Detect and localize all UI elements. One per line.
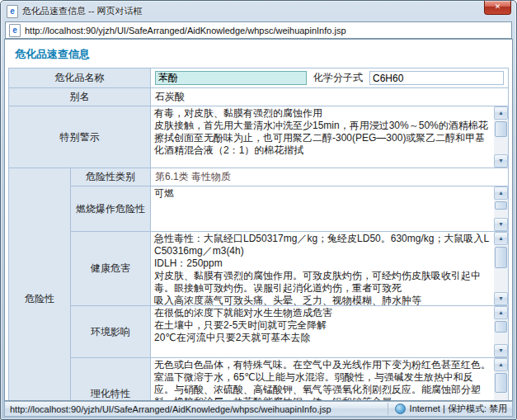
cell-scrollbar[interactable]: ▲ ▼	[494, 186, 508, 231]
flammable-value: 可燃	[151, 186, 494, 231]
status-url: http://localhost:90/yjzh/UI/SafeArranged…	[10, 404, 383, 414]
zone-text: Internet | 保护模式: 禁用	[410, 403, 507, 415]
scrollbar-thumb[interactable]	[495, 247, 507, 268]
scroll-down-icon[interactable]: ▼	[494, 154, 508, 168]
title-bar: e 危化品速查信息 -- 网页对话框 ✕	[1, 1, 516, 20]
internet-zone-icon	[395, 403, 406, 414]
page-icon: e	[9, 24, 21, 37]
special-warning-label: 特别警示	[9, 106, 151, 168]
cell-scrollbar[interactable]: ▲ ▼	[494, 358, 508, 401]
address-field: e http://localhost:90/yjzh/UI/SafeArrang…	[5, 21, 512, 39]
chemical-name-input[interactable]	[155, 71, 307, 85]
table-row: 危险性 危险性类别 第6.1类 毒性物质	[9, 168, 509, 186]
chemical-name-label: 危化品名称	[9, 68, 151, 88]
scroll-down-icon[interactable]: ▼	[494, 292, 508, 305]
hazard-class-label: 危险性类别	[71, 168, 151, 186]
table-row: 健康危害 急性毒性：大鼠经口LD50317mg／kg；兔经皮LD50。630mg…	[9, 232, 509, 306]
table-row: 环境影响 在很低的浓度下就能对水生生物造成危害 在土壤中，只要2-5天时间就可完…	[9, 306, 509, 358]
close-button[interactable]: ✕	[484, 1, 511, 15]
scrollbar-thumb[interactable]	[495, 321, 507, 333]
table-row: 燃烧爆作危险性 可燃 ▲ ▼	[9, 186, 509, 232]
scrollbar-thumb[interactable]	[495, 201, 507, 210]
environment-value: 在很低的浓度下就能对水生生物造成危害 在土壤中，只要2-5天时间就可完全降解 2…	[151, 306, 494, 357]
chemical-info-table: 危化品名称 化学分子式 别名 石炭酸 特别警示 有毒，对皮肤、黏膜有强烈	[8, 68, 509, 401]
security-zone: Internet | 保护模式: 禁用	[388, 403, 507, 415]
cell-scrollbar[interactable]: ▲ ▼	[494, 232, 508, 305]
scroll-down-icon[interactable]: ▼	[494, 344, 508, 357]
scroll-up-icon[interactable]: ▲	[494, 306, 508, 319]
cell-scrollbar[interactable]: ▲ ▼	[494, 306, 508, 357]
scrollbar-track[interactable]	[494, 120, 508, 154]
formula-label: 化学分子式	[313, 71, 363, 85]
address-bar: e http://localhost:90/yjzh/UI/SafeArrang…	[1, 20, 516, 40]
address-url: http://localhost:90/yjzh/UI/SafeArranged…	[25, 26, 346, 35]
alias-label: 别名	[9, 88, 151, 106]
flammable-label: 燃烧爆作危险性	[71, 186, 151, 232]
page-title: 危化品速查信息	[5, 40, 512, 68]
health-hazard-label: 健康危害	[71, 232, 151, 306]
scrollbar-track[interactable]	[494, 319, 508, 344]
scroll-up-icon[interactable]: ▲	[494, 186, 508, 200]
scrollbar-track[interactable]	[494, 245, 508, 292]
scroll-down-icon[interactable]: ▼	[494, 218, 508, 231]
hazard-class-value: 第6.1类 毒性物质	[151, 168, 509, 186]
dialog-title: 危化品速查信息 -- 网页对话框	[22, 5, 513, 17]
physchem-value: 无色或白色晶体，有特殊气味。在空气中及光线作用下变为粉红色甚至红色。室温下微溶于…	[151, 358, 494, 401]
hazard-group-label: 危险性	[9, 168, 71, 402]
scrollbar-thumb[interactable]	[495, 373, 507, 393]
status-bar: http://localhost:90/yjzh/UI/SafeArranged…	[4, 401, 513, 417]
special-warning-value: 有毒，对皮肤、黏膜有强烈的腐蚀作用 皮肤接触，首先用大量清水冲洗至少15min，…	[151, 106, 494, 168]
dialog-window: e 危化品速查信息 -- 网页对话框 ✕ e http://localhost:…	[0, 0, 517, 420]
health-hazard-value: 急性毒性：大鼠经口LD50317mg／kg；兔经皮LD50。630mg/kg；大…	[151, 232, 494, 305]
dialog-icon: e	[7, 5, 18, 18]
formula-input[interactable]	[369, 71, 504, 85]
table-row: 危化品名称 化学分子式	[9, 68, 509, 88]
scroll-up-icon[interactable]: ▲	[494, 232, 508, 245]
table-row: 特别警示 有毒，对皮肤、黏膜有强烈的腐蚀作用 皮肤接触，首先用大量清水冲洗至少1…	[9, 106, 509, 168]
scroll-up-icon[interactable]: ▲	[494, 106, 508, 120]
scroll-up-icon[interactable]: ▲	[494, 358, 508, 371]
alias-value: 石炭酸	[151, 88, 509, 106]
cell-scrollbar[interactable]: ▲ ▼	[494, 106, 508, 168]
table-row: 理化特性 无色或白色晶体，有特殊气味。在空气中及光线作用下变为粉红色甚至红色。室…	[9, 358, 509, 402]
scrollbar-thumb[interactable]	[495, 121, 507, 137]
environment-label: 环境影响	[71, 306, 151, 358]
table-row: 别名 石炭酸	[9, 88, 509, 106]
scrollbar-track[interactable]	[494, 371, 508, 401]
page-content: 危化品速查信息 危化品名称 化学分子式 别名 石炭酸 特别警示	[4, 39, 513, 401]
physchem-label: 理化特性	[71, 358, 151, 402]
scrollbar-track[interactable]	[494, 200, 508, 218]
